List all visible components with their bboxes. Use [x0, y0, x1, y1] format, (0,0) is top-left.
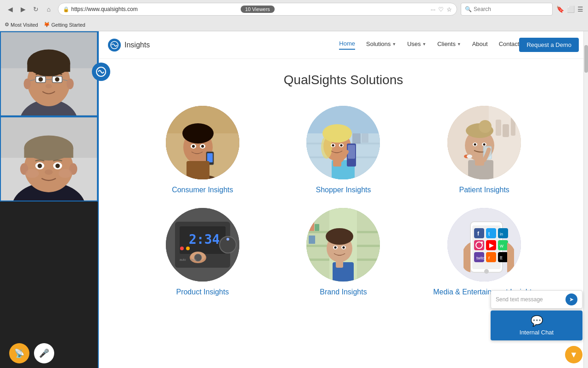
address-bar[interactable]: 🔒 https://www.qualsights.com 10 Viewers … [58, 3, 457, 16]
scroll-down-button[interactable]: ▼ [565, 346, 582, 363]
nav-clients[interactable]: Clients ▼ [437, 40, 461, 49]
solution-consumer[interactable]: Consumer Insights [137, 106, 269, 194]
svg-rect-139 [486, 252, 496, 262]
svg-point-35 [58, 169, 72, 178]
svg-point-16 [45, 84, 52, 88]
svg-rect-72 [496, 120, 501, 136]
nav-links: Home Solutions ▼ Uses ▼ Clients ▼ About … [339, 40, 519, 50]
svg-rect-104 [306, 245, 329, 247]
nav-about[interactable]: About [472, 40, 488, 49]
search-icon: 🔍 [465, 6, 472, 12]
search-input[interactable] [474, 6, 543, 12]
solution-shopper[interactable]: Shopper Insights [277, 106, 409, 194]
solution-label-consumer: Consumer Insights [172, 186, 233, 194]
svg-text:t: t [488, 231, 490, 236]
send-icon: ➤ [569, 296, 574, 303]
site-logo-text: Insights [124, 41, 150, 49]
svg-rect-69 [348, 145, 355, 159]
logo-overlay [92, 63, 110, 81]
gear-icon: ⚙ [5, 22, 9, 28]
most-visited-label: Most Visited [11, 22, 38, 28]
svg-text:tt: tt [500, 255, 503, 260]
svg-point-119 [334, 247, 337, 249]
svg-rect-106 [357, 231, 380, 233]
solution-label-patient: Patient Insights [459, 186, 509, 194]
menu-icon[interactable]: ☰ [577, 6, 583, 13]
uses-arrow: ▼ [422, 42, 426, 46]
fox-icon: 🦊 [44, 22, 50, 28]
bottom-controls: 📡 🎤 [9, 343, 54, 363]
internal-chat-label: Internal Chat [520, 329, 554, 336]
site-logo: Insights [108, 39, 150, 52]
solution-brand[interactable]: Brand Insights [277, 208, 409, 296]
solution-label-brand: Brand Insights [320, 288, 367, 296]
broadcast-icon: 📡 [14, 348, 24, 358]
forward-button[interactable]: ▶ [17, 4, 28, 15]
svg-rect-49 [207, 153, 213, 162]
solution-circle-patient [447, 106, 521, 179]
solution-label-product: Product Insights [176, 288, 229, 296]
bookmark-getting-started[interactable]: 🦊 Getting Started [44, 22, 85, 28]
site-navigation: Insights Home Solutions ▼ Uses ▼ Clients… [99, 31, 588, 59]
browser-scrollbar[interactable] [583, 31, 588, 368]
lock-icon: 🔒 [63, 6, 69, 12]
svg-text:in: in [500, 232, 503, 236]
svg-point-31 [45, 169, 52, 175]
svg-point-7 [27, 50, 70, 76]
nav-uses[interactable]: Uses ▼ [407, 40, 426, 49]
svg-point-83 [474, 144, 476, 146]
search-bar[interactable]: 🔍 [461, 3, 553, 16]
svg-text:auto: auto [180, 258, 186, 261]
svg-point-116 [326, 228, 353, 245]
svg-rect-108 [357, 259, 380, 261]
svg-point-46 [192, 145, 195, 148]
request-demo-button[interactable]: Request a Demo [519, 38, 579, 52]
getting-started-label: Getting Started [51, 22, 85, 28]
video-placeholder-1 [1, 32, 97, 115]
star-icon[interactable]: ☆ [447, 6, 452, 13]
nav-solutions[interactable]: Solutions ▼ [366, 40, 396, 49]
nav-contact[interactable]: Contact [499, 40, 520, 49]
svg-point-67 [340, 144, 343, 147]
chat-widget: Send text message ➤ 💬 Internal Chat [491, 290, 582, 340]
svg-rect-26 [24, 148, 74, 158]
svg-point-87 [467, 155, 472, 158]
browser-menu: 🔖 ⬜ ☰ [556, 6, 583, 13]
solution-circle-consumer [166, 106, 239, 179]
internal-chat-button[interactable]: 💬 Internal Chat [491, 310, 582, 340]
more-icon[interactable]: ··· [430, 6, 435, 13]
refresh-button[interactable]: ↻ [30, 4, 41, 15]
nav-home[interactable]: Home [339, 40, 355, 50]
svg-rect-126 [486, 228, 496, 238]
svg-text:w: w [499, 243, 503, 248]
heart-icon[interactable]: ♡ [438, 6, 444, 13]
svg-point-80 [479, 120, 492, 133]
library-icon[interactable]: 🔖 [556, 6, 564, 13]
window-icon[interactable]: ⬜ [567, 6, 575, 13]
solution-patient[interactable]: Patient Insights [418, 106, 550, 194]
svg-point-95 [226, 238, 229, 241]
solution-media[interactable]: f t in w [418, 208, 550, 296]
svg-point-84 [483, 144, 486, 146]
solutions-grid: Consumer Insights [137, 106, 550, 296]
home-button[interactable]: ⌂ [43, 4, 54, 15]
broadcast-button[interactable]: 📡 [9, 343, 29, 363]
bookmark-most-visited[interactable]: ⚙ Most Visited [5, 22, 38, 28]
back-button[interactable]: ◀ [5, 4, 16, 15]
svg-rect-56 [362, 133, 368, 143]
mute-button[interactable]: 🎤 [34, 343, 54, 363]
video-frame-2 [0, 116, 98, 201]
svg-point-29 [38, 164, 42, 168]
svg-point-12 [55, 77, 60, 82]
chat-send-button[interactable]: ➤ [565, 293, 577, 305]
svg-rect-105 [306, 259, 329, 261]
video-placeholder-2 [1, 117, 97, 201]
browser-chrome: ◀ ▶ ↻ ⌂ 🔒 https://www.qualsights.com 10 … [0, 0, 588, 31]
clients-arrow: ▼ [457, 42, 461, 46]
svg-point-47 [201, 145, 204, 148]
chat-input-area[interactable]: Send text message ➤ [491, 290, 582, 309]
nav-buttons: ◀ ▶ ↻ ⌂ [5, 4, 54, 15]
svg-rect-109 [309, 222, 314, 231]
solution-product[interactable]: 2:34 a [137, 208, 269, 296]
scrollbar-thumb[interactable] [584, 45, 588, 73]
